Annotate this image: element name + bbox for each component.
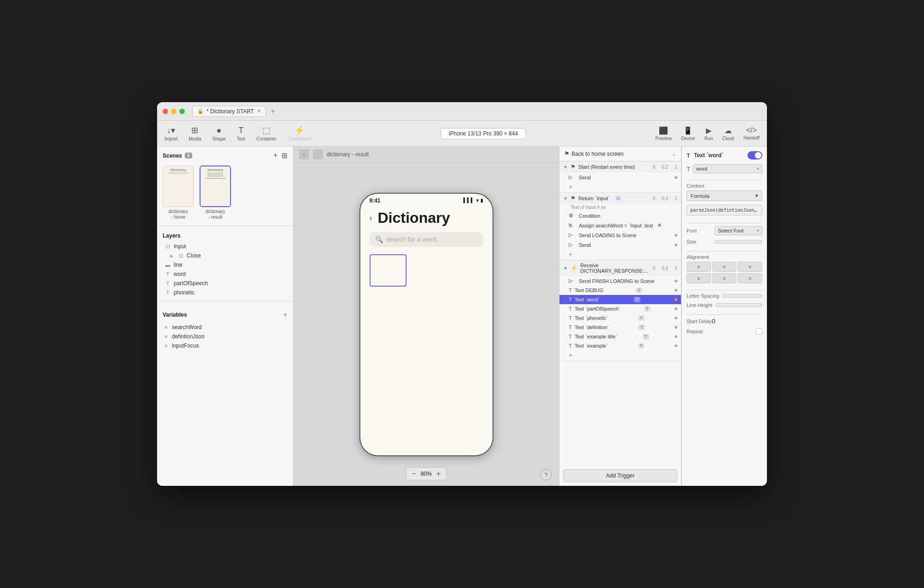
- prop-toggle[interactable]: [748, 151, 762, 159]
- run-button[interactable]: ▶ Run: [705, 126, 713, 141]
- trigger-text-debug[interactable]: T Text DEBUG T: [559, 286, 681, 295]
- component-tool[interactable]: ⚡ Component: [287, 125, 311, 141]
- letter-spacing-label: Letter Spacing: [687, 293, 719, 299]
- triggers-header: ⚑ Back to home screen ⌄: [559, 147, 681, 161]
- triggers-expand-icon[interactable]: ⌄: [671, 150, 676, 157]
- variable-definitionjson[interactable]: ✕ defintionJson: [157, 332, 293, 341]
- nav-forward-button[interactable]: ›: [313, 149, 323, 159]
- minimize-button[interactable]: [171, 109, 176, 114]
- layer-input[interactable]: ⊡ Input: [157, 242, 293, 251]
- text-debug-dot: [675, 289, 677, 292]
- assign-icon: fx: [569, 223, 576, 228]
- scene-thumb-home[interactable]: Dictionary dictionary- home: [163, 165, 194, 220]
- layer-phonetic-label: phonetic: [174, 289, 195, 296]
- trigger-group-return: ▼ ⚑ Return `Input` ⊡ 0 0.2 1 Text of Inp…: [559, 193, 681, 260]
- back-to-home: ⚑ Back to home screen: [564, 150, 624, 157]
- repeat-label: Repeat: [687, 329, 712, 334]
- import-tool[interactable]: ↓▾ Import: [164, 125, 177, 141]
- tab-close-icon[interactable]: ✕: [257, 108, 261, 114]
- font-dropdown[interactable]: Select Font ▾: [715, 226, 762, 235]
- trigger-text-example-label: Text `example`: [575, 343, 608, 349]
- component-icon: ⚡: [294, 125, 304, 135]
- layer-partofspeech[interactable]: T partOfSpeech: [157, 279, 293, 288]
- wifi-icon: ▾: [476, 198, 479, 203]
- trigger-text-example-title[interactable]: T Text `example title` T: [559, 332, 681, 341]
- text-tool[interactable]: T Text: [237, 126, 245, 141]
- back-flag-icon: ⚑: [564, 150, 570, 157]
- start-delay-label: Start Delay: [687, 318, 712, 324]
- trigger-assign[interactable]: fx Assign searchWord = `Input`.text ✕: [559, 220, 681, 230]
- handoff-button[interactable]: </> Handoff: [743, 126, 760, 141]
- trigger-text-word[interactable]: T Text `word` T: [559, 295, 681, 304]
- variable-inputfocus[interactable]: ✕ inputFocus: [157, 341, 293, 350]
- text-icon: T: [238, 126, 243, 135]
- trigger-text-definition-label: Text `definition`: [575, 325, 609, 330]
- scene-home-preview: Dictionary: [163, 165, 194, 207]
- prop-subtitle-row: T word ▾: [687, 164, 762, 173]
- shape-tool[interactable]: ● Shape: [213, 126, 226, 141]
- trigger-return-add[interactable]: +: [559, 250, 681, 260]
- text-ex-title-badge: T: [643, 334, 649, 339]
- align-right-top[interactable]: ≡: [738, 262, 762, 272]
- layer-line[interactable]: ▬ line: [157, 260, 293, 270]
- trigger-start-send[interactable]: ▷ Send: [559, 172, 681, 182]
- dict-back-button[interactable]: ‹: [370, 213, 372, 223]
- trigger-receive-header[interactable]: ▼ ⚡ Receive DICTIONARY_RESPONSE:... 0 0.…: [559, 260, 681, 276]
- add-variable-button[interactable]: +: [283, 311, 287, 319]
- trigger-start-send-dot: [675, 176, 677, 179]
- left-panel: Scenes 2 + ⊞ Dictionary: [157, 147, 293, 486]
- trigger-text-pos[interactable]: T Text `partOfSpeech` T: [559, 304, 681, 313]
- preview-button[interactable]: ⬛ Preview: [656, 126, 672, 141]
- trigger-receive-collapse: ▼: [563, 266, 568, 271]
- close-button[interactable]: [163, 109, 168, 114]
- text-def-t-icon: T: [569, 325, 572, 330]
- cloud-button[interactable]: ☁ Cloud: [722, 126, 734, 141]
- var-icon-3: ✕: [163, 343, 169, 349]
- trigger-finish-loading[interactable]: ▷ Send FINISH LOADING to Scene: [559, 276, 681, 286]
- shape-icon: ●: [217, 126, 222, 135]
- align-left-bottom[interactable]: ≡: [687, 273, 711, 283]
- layer-phonetic[interactable]: T phonetic: [157, 288, 293, 297]
- zoom-out-button[interactable]: −: [412, 470, 416, 478]
- trigger-condition[interactable]: ⚙ Condition: [559, 211, 681, 220]
- device-button[interactable]: 📱 Device: [681, 126, 695, 141]
- formula-dropdown[interactable]: Formula ▾: [687, 190, 762, 201]
- help-button[interactable]: ?: [541, 469, 552, 480]
- align-center-bottom[interactable]: ≡: [712, 273, 737, 283]
- new-tab-button[interactable]: +: [268, 106, 278, 116]
- scene-thumb-result[interactable]: Dictionary dictionary- result: [200, 165, 231, 220]
- current-tab[interactable]: 🔒 * Dictionary START ✕: [192, 106, 266, 117]
- size-input[interactable]: [715, 240, 762, 244]
- add-scene-button[interactable]: +: [274, 151, 278, 160]
- trigger-send-loading[interactable]: ▷ Send LOADING to Scene: [559, 230, 681, 240]
- letter-spacing-input[interactable]: [722, 294, 762, 298]
- text-pos-dot: [675, 307, 677, 310]
- prop-subtitle-box[interactable]: word ▾: [693, 164, 762, 173]
- nav-back-button[interactable]: ‹: [299, 149, 309, 159]
- trigger-text-example[interactable]: T Text `example` T: [559, 341, 681, 350]
- maximize-button[interactable]: [179, 109, 185, 114]
- trigger-text-definition[interactable]: T Text `definition` T: [559, 323, 681, 332]
- variable-searchword[interactable]: ✕ searchWord: [157, 323, 293, 332]
- zoom-in-button[interactable]: +: [437, 470, 441, 478]
- device-label[interactable]: iPhone 13/13 Pro 390 × 844: [441, 128, 526, 139]
- trigger-receive-add[interactable]: +: [559, 350, 681, 361]
- formula-caret: ▾: [755, 193, 758, 199]
- repeat-checkbox[interactable]: [756, 328, 762, 335]
- media-tool[interactable]: ⊞ Media: [188, 125, 201, 141]
- trigger-return-header[interactable]: ▼ ⚑ Return `Input` ⊡ 0 0.2 1: [559, 193, 681, 204]
- align-right-bottom[interactable]: ≡: [738, 273, 762, 283]
- trigger-return-send[interactable]: ▷ Send: [559, 240, 681, 250]
- add-trigger-button[interactable]: Add Trigger: [563, 469, 677, 482]
- line-height-input[interactable]: [715, 303, 762, 307]
- container-tool[interactable]: ⬚ Container: [256, 125, 276, 141]
- search-bar[interactable]: 🔍 search for a word...: [370, 232, 483, 247]
- scenes-layout-button[interactable]: ⊞: [281, 151, 287, 160]
- trigger-start-header[interactable]: ▼ ⚑ Start (Restart every time) 0 0.2 1: [559, 161, 681, 172]
- layer-close[interactable]: ▶ ⊡ Close: [157, 251, 293, 260]
- align-left-top[interactable]: ≡: [687, 262, 711, 272]
- layer-word[interactable]: T word: [157, 270, 293, 279]
- trigger-text-phonetic[interactable]: T Text `phonetic` T: [559, 313, 681, 323]
- trigger-start-add[interactable]: +: [559, 182, 681, 192]
- align-center-top[interactable]: ≡: [712, 262, 737, 272]
